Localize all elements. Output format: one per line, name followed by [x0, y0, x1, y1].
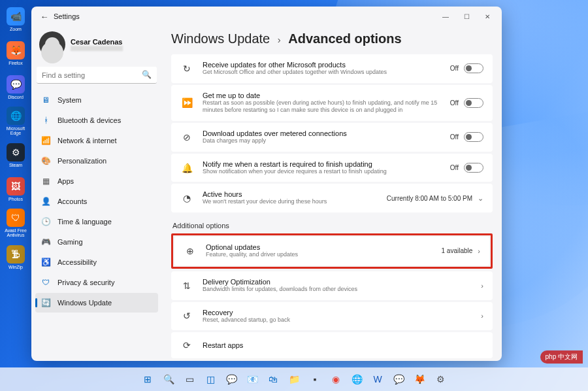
sidebar-item-apps[interactable]: ▦Apps — [35, 171, 158, 191]
nav-icon: ▦ — [41, 176, 51, 186]
search-icon: 🔍 — [142, 70, 152, 79]
setting-row[interactable]: ⊘ Download updates over metered connecti… — [171, 123, 493, 152]
avatar — [39, 31, 65, 58]
section-label: Additional options — [172, 222, 493, 230]
desktop-icon-firefox[interactable]: 🦊Firefox — [4, 38, 27, 68]
search-box[interactable]: 🔍 — [37, 67, 157, 84]
nav-icon: 📶 — [41, 135, 51, 146]
search-input[interactable] — [37, 67, 157, 84]
sidebar-item-system[interactable]: 🖥System — [35, 90, 158, 110]
nav-icon: 👤 — [41, 196, 51, 207]
recovery-row[interactable]: ↺ Recovery Reset, advanced startup, go b… — [171, 302, 493, 331]
window-title: Settings — [54, 12, 80, 20]
close-button[interactable]: ✕ — [477, 7, 498, 26]
taskbar: ⊞🔍▭◫💬📧🛍📁▪◉🌐W💬🦊⚙ — [0, 367, 588, 391]
taskbar-terminal[interactable]: ▪ — [306, 371, 323, 388]
optional-updates-row[interactable]: ⊕ Optional updates Feature, quality, and… — [174, 237, 489, 265]
taskbar-taskview[interactable]: ▭ — [181, 371, 198, 388]
sidebar: Cesar Cadenas 🔍 🖥SystemᚼBluetooth & devi… — [31, 26, 162, 361]
taskbar-search[interactable]: 🔍 — [160, 371, 177, 388]
desktop-icon-discord[interactable]: 💬Discord — [4, 72, 27, 102]
nav-icon: 🔄 — [41, 298, 51, 308]
sidebar-item-bluetooth-devices[interactable]: ᚼBluetooth & devices — [35, 110, 158, 130]
toggle-switch[interactable] — [464, 132, 483, 142]
highlight-box: ⊕ Optional updates Feature, quality, and… — [171, 233, 493, 269]
watermark: php 中文网 — [540, 350, 583, 364]
active-hours-row[interactable]: ◔ Active hours We won't restart your dev… — [171, 184, 493, 212]
desktop-icon-zoom[interactable]: 📹Zoom — [4, 4, 27, 34]
toggle-switch[interactable] — [464, 98, 483, 108]
active-hours-value: Currently 8:00 AM to 5:00 PM — [387, 195, 472, 202]
nav-icon: 🎨 — [41, 156, 51, 166]
nav-icon: 🛡 — [41, 277, 51, 288]
nav-icon: ♿ — [41, 257, 51, 267]
nav-icon: 🎮 — [41, 237, 51, 247]
desktop-icon-steam[interactable]: ⚙Steam — [4, 140, 27, 170]
sidebar-item-personalization[interactable]: 🎨Personalization — [35, 151, 158, 171]
nav-icon: 🕒 — [41, 216, 51, 227]
taskbar-word[interactable]: W — [369, 371, 386, 388]
delivery-icon: ⇅ — [180, 279, 193, 292]
profile[interactable]: Cesar Cadenas — [35, 29, 158, 64]
setting-icon: 🔔 — [180, 162, 193, 175]
breadcrumb: Windows Update › Advanced options — [171, 31, 493, 46]
optional-badge: 1 available — [442, 247, 473, 254]
chevron-right-icon: › — [278, 34, 281, 45]
sidebar-item-gaming[interactable]: 🎮Gaming — [35, 232, 158, 252]
sidebar-item-windows-update[interactable]: 🔄Windows Update — [35, 293, 158, 313]
setting-icon: ⊘ — [180, 131, 193, 144]
main-content: Windows Update › Advanced options ↻ Rece… — [162, 26, 502, 361]
taskbar-store[interactable]: 🛍 — [265, 371, 282, 388]
taskbar-firefox[interactable]: 🦊 — [411, 371, 428, 388]
chevron-right-icon: › — [481, 312, 483, 320]
taskbar-chrome[interactable]: ◉ — [327, 371, 344, 388]
titlebar: ← Settings — ☐ ✕ — [31, 7, 502, 26]
setting-row[interactable]: ↻ Receive updates for other Microsoft pr… — [171, 54, 493, 83]
toggle-switch[interactable] — [464, 163, 483, 173]
breadcrumb-current: Advanced options — [288, 31, 401, 46]
maximize-button[interactable]: ☐ — [456, 7, 477, 26]
taskbar-widgets[interactable]: ◫ — [202, 371, 219, 388]
nav-icon: 🖥 — [41, 95, 51, 105]
chevron-right-icon: › — [481, 282, 483, 290]
setting-row[interactable]: 🔔 Notify me when a restart is required t… — [171, 154, 493, 182]
restart-icon: ⟳ — [180, 339, 193, 352]
settings-window: ← Settings — ☐ ✕ Cesar Cadenas 🔍 🖥System… — [31, 7, 502, 361]
clock-icon: ◔ — [180, 192, 193, 205]
delivery-optimization-row[interactable]: ⇅ Delivery Optimization Bandwidth limits… — [171, 271, 493, 300]
minimize-button[interactable]: — — [435, 7, 456, 26]
sidebar-item-accounts[interactable]: 👤Accounts — [35, 192, 158, 211]
sidebar-item-time-language[interactable]: 🕒Time & language — [35, 212, 158, 231]
desktop-icon-winzip[interactable]: 🗜WinZip — [4, 242, 27, 272]
recovery-icon: ↺ — [180, 309, 193, 322]
desktop-icon-microsoft-edge[interactable]: 🌐Microsoft Edge — [4, 106, 27, 136]
plus-circle-icon: ⊕ — [184, 245, 197, 258]
user-email — [71, 46, 123, 51]
taskbar-explorer[interactable]: 📁 — [286, 371, 302, 388]
taskbar-chat[interactable]: 💬 — [223, 371, 240, 388]
taskbar-settings[interactable]: ⚙ — [432, 371, 449, 388]
setting-icon: ↻ — [180, 62, 193, 75]
desktop-icon-avast-free-antivirus[interactable]: 🛡Avast Free Antivirus — [4, 208, 27, 238]
chevron-right-icon: › — [478, 247, 480, 255]
back-button[interactable]: ← — [35, 12, 54, 22]
user-name: Cesar Cadenas — [71, 38, 123, 46]
taskbar-mail[interactable]: 📧 — [244, 371, 261, 388]
toggle-switch[interactable] — [464, 63, 483, 73]
nav-icon: ᚼ — [41, 115, 51, 126]
setting-icon: ⏩ — [180, 96, 193, 109]
taskbar-edge[interactable]: 🌐 — [348, 371, 365, 388]
desktop-icon-photos[interactable]: 🖼Photos — [4, 174, 27, 204]
restart-apps-row[interactable]: ⟳ Restart apps — [171, 332, 493, 358]
sidebar-item-privacy-security[interactable]: 🛡Privacy & security — [35, 273, 158, 292]
chevron-down-icon: ⌄ — [478, 194, 483, 203]
setting-row[interactable]: ⏩ Get me up to dateRestart as soon as po… — [171, 85, 493, 121]
sidebar-item-network-internet[interactable]: 📶Network & internet — [35, 131, 158, 150]
breadcrumb-parent[interactable]: Windows Update — [171, 31, 270, 46]
taskbar-start[interactable]: ⊞ — [139, 371, 156, 388]
taskbar-discord[interactable]: 💬 — [390, 371, 407, 388]
sidebar-item-accessibility[interactable]: ♿Accessibility — [35, 252, 158, 272]
